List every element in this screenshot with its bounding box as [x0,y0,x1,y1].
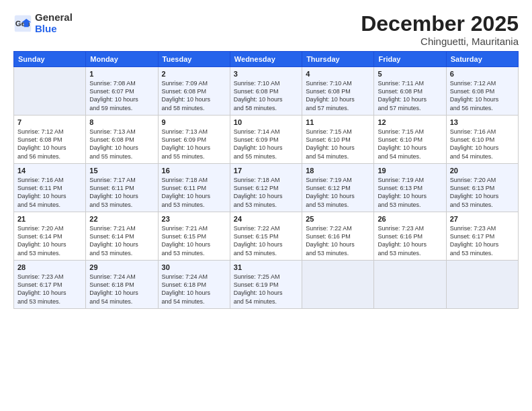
header: Gen General Blue December 2025 Chinguett… [13,12,519,47]
table-row [302,261,374,309]
table-row: 17Sunrise: 7:18 AMSunset: 6:12 PMDayligh… [230,164,302,212]
table-row: 28Sunrise: 7:23 AMSunset: 6:17 PMDayligh… [14,261,86,309]
logo-blue: Blue [35,24,73,35]
day-info: Sunrise: 7:16 AMSunset: 6:10 PMDaylight:… [450,128,515,161]
day-number: 8 [89,118,154,126]
logo-general: General [35,12,73,24]
day-info: Sunrise: 7:21 AMSunset: 6:14 PMDaylight:… [89,224,154,257]
day-number: 30 [162,263,226,271]
day-info: Sunrise: 7:12 AMSunset: 6:08 PMDaylight:… [450,79,515,112]
day-info: Sunrise: 7:19 AMSunset: 6:12 PMDaylight:… [306,176,370,209]
day-info: Sunrise: 7:23 AMSunset: 6:17 PMDaylight:… [450,224,515,257]
day-number: 24 [234,215,298,223]
calendar-table: Sunday Monday Tuesday Wednesday Thursday… [13,51,519,309]
table-row: 12Sunrise: 7:15 AMSunset: 6:10 PMDayligh… [374,116,446,164]
day-info: Sunrise: 7:20 AMSunset: 6:13 PMDaylight:… [450,176,515,209]
table-row [374,261,446,309]
table-row: 31Sunrise: 7:25 AMSunset: 6:19 PMDayligh… [230,261,302,309]
day-info: Sunrise: 7:23 AMSunset: 6:16 PMDaylight:… [378,224,442,257]
day-info: Sunrise: 7:13 AMSunset: 6:08 PMDaylight:… [89,128,154,161]
calendar-week-row: 1Sunrise: 7:08 AMSunset: 6:07 PMDaylight… [14,67,519,116]
col-monday: Monday [86,52,158,67]
day-number: 23 [162,215,226,223]
day-info: Sunrise: 7:20 AMSunset: 6:14 PMDaylight:… [17,224,82,257]
table-row: 16Sunrise: 7:18 AMSunset: 6:11 PMDayligh… [158,164,230,212]
table-row: 24Sunrise: 7:22 AMSunset: 6:15 PMDayligh… [230,212,302,261]
table-row: 18Sunrise: 7:19 AMSunset: 6:12 PMDayligh… [302,164,374,212]
table-row: 27Sunrise: 7:23 AMSunset: 6:17 PMDayligh… [446,212,518,261]
day-number: 11 [306,118,370,126]
day-number: 20 [450,167,515,175]
day-number: 13 [450,118,515,126]
table-row: 1Sunrise: 7:08 AMSunset: 6:07 PMDaylight… [86,67,158,116]
day-info: Sunrise: 7:24 AMSunset: 6:18 PMDaylight:… [162,273,226,306]
day-number: 6 [450,70,515,78]
location-subtitle: Chinguetti, Mauritania [361,36,519,47]
day-number: 29 [89,263,154,271]
day-number: 15 [89,167,154,175]
table-row: 21Sunrise: 7:20 AMSunset: 6:14 PMDayligh… [14,212,86,261]
calendar-header-row: Sunday Monday Tuesday Wednesday Thursday… [14,52,519,67]
day-info: Sunrise: 7:08 AMSunset: 6:07 PMDaylight:… [89,79,154,112]
table-row: 19Sunrise: 7:19 AMSunset: 6:13 PMDayligh… [374,164,446,212]
table-row: 4Sunrise: 7:10 AMSunset: 6:08 PMDaylight… [302,67,374,116]
day-number: 17 [234,167,298,175]
day-info: Sunrise: 7:18 AMSunset: 6:12 PMDaylight:… [234,176,298,209]
table-row: 25Sunrise: 7:22 AMSunset: 6:16 PMDayligh… [302,212,374,261]
table-row [14,67,86,116]
logo-text: General Blue [35,12,73,34]
day-number: 1 [89,70,154,78]
title-block: December 2025 Chinguetti, Mauritania [361,12,519,47]
day-info: Sunrise: 7:25 AMSunset: 6:19 PMDaylight:… [234,273,298,306]
day-number: 31 [234,263,298,271]
table-row: 20Sunrise: 7:20 AMSunset: 6:13 PMDayligh… [446,164,518,212]
day-number: 2 [162,70,226,78]
day-info: Sunrise: 7:16 AMSunset: 6:11 PMDaylight:… [17,176,82,209]
table-row: 3Sunrise: 7:10 AMSunset: 6:08 PMDaylight… [230,67,302,116]
day-info: Sunrise: 7:11 AMSunset: 6:08 PMDaylight:… [378,79,442,112]
day-number: 7 [17,118,82,126]
day-number: 14 [17,167,82,175]
day-number: 27 [450,215,515,223]
day-info: Sunrise: 7:15 AMSunset: 6:10 PMDaylight:… [378,128,442,161]
day-info: Sunrise: 7:22 AMSunset: 6:16 PMDaylight:… [306,224,370,257]
col-saturday: Saturday [446,52,518,67]
day-number: 12 [378,118,442,126]
table-row: 15Sunrise: 7:17 AMSunset: 6:11 PMDayligh… [86,164,158,212]
table-row: 6Sunrise: 7:12 AMSunset: 6:08 PMDaylight… [446,67,518,116]
col-friday: Friday [374,52,446,67]
table-row: 11Sunrise: 7:15 AMSunset: 6:10 PMDayligh… [302,116,374,164]
table-row: 7Sunrise: 7:12 AMSunset: 6:08 PMDaylight… [14,116,86,164]
calendar-week-row: 21Sunrise: 7:20 AMSunset: 6:14 PMDayligh… [14,212,519,261]
day-info: Sunrise: 7:09 AMSunset: 6:08 PMDaylight:… [162,79,226,112]
month-title: December 2025 [361,12,519,36]
table-row: 2Sunrise: 7:09 AMSunset: 6:08 PMDaylight… [158,67,230,116]
day-info: Sunrise: 7:17 AMSunset: 6:11 PMDaylight:… [89,176,154,209]
table-row [446,261,518,309]
day-info: Sunrise: 7:18 AMSunset: 6:11 PMDaylight:… [162,176,226,209]
page: Gen General Blue December 2025 Chinguett… [0,0,532,411]
day-number: 25 [306,215,370,223]
col-wednesday: Wednesday [230,52,302,67]
day-number: 10 [234,118,298,126]
day-number: 4 [306,70,370,78]
day-number: 16 [162,167,226,175]
col-thursday: Thursday [302,52,374,67]
table-row: 9Sunrise: 7:13 AMSunset: 6:09 PMDaylight… [158,116,230,164]
day-info: Sunrise: 7:10 AMSunset: 6:08 PMDaylight:… [234,79,298,112]
day-info: Sunrise: 7:22 AMSunset: 6:15 PMDaylight:… [234,224,298,257]
col-tuesday: Tuesday [158,52,230,67]
day-info: Sunrise: 7:21 AMSunset: 6:15 PMDaylight:… [162,224,226,257]
day-info: Sunrise: 7:23 AMSunset: 6:17 PMDaylight:… [17,273,82,306]
table-row: 10Sunrise: 7:14 AMSunset: 6:09 PMDayligh… [230,116,302,164]
day-number: 9 [162,118,226,126]
table-row: 30Sunrise: 7:24 AMSunset: 6:18 PMDayligh… [158,261,230,309]
day-number: 5 [378,70,442,78]
table-row: 14Sunrise: 7:16 AMSunset: 6:11 PMDayligh… [14,164,86,212]
calendar-week-row: 28Sunrise: 7:23 AMSunset: 6:17 PMDayligh… [14,261,519,309]
table-row: 22Sunrise: 7:21 AMSunset: 6:14 PMDayligh… [86,212,158,261]
day-info: Sunrise: 7:13 AMSunset: 6:09 PMDaylight:… [162,128,226,161]
table-row: 23Sunrise: 7:21 AMSunset: 6:15 PMDayligh… [158,212,230,261]
day-number: 3 [234,70,298,78]
day-number: 26 [378,215,442,223]
